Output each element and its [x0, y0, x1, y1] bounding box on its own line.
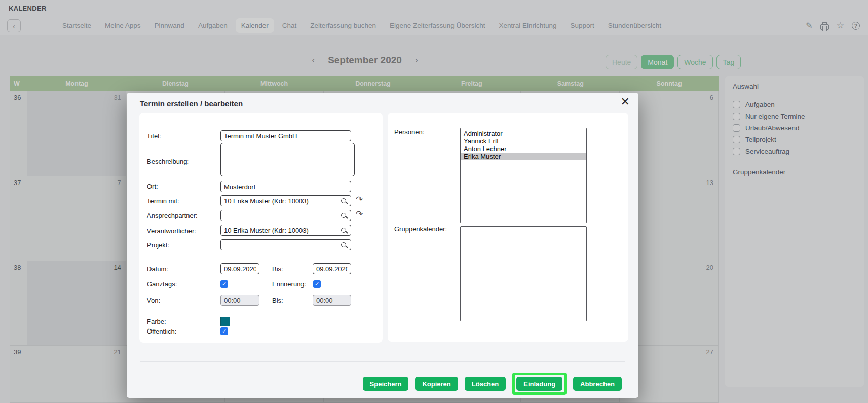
redo-arrow-icon[interactable]: ↷: [356, 209, 363, 219]
datum-bis-input[interactable]: [313, 263, 351, 274]
titel-label: Titel:: [147, 132, 161, 140]
termin-form-card: Titel: Beschreibung: Ort: Termin mit: ↷ …: [139, 113, 383, 343]
einladung-button[interactable]: Einladung: [516, 377, 562, 391]
search-icon[interactable]: [341, 213, 346, 218]
ansprechpartner-input[interactable]: [220, 210, 351, 221]
ganztags-checkbox[interactable]: [220, 280, 228, 288]
kopieren-button[interactable]: Kopieren: [415, 377, 458, 391]
speichern-button[interactable]: Speichern: [363, 377, 409, 391]
von-label: Von:: [147, 297, 160, 304]
oeffentlich-label: Öffentlich:: [147, 327, 176, 335]
gruppenkalender-label: Gruppenkalender:: [394, 225, 447, 233]
beschreibung-label: Beschreibung:: [147, 158, 189, 165]
dialog-title: Termin erstellen / bearbeiten: [140, 99, 243, 108]
titel-input[interactable]: [220, 130, 351, 141]
person-option[interactable]: Administrator: [461, 130, 586, 137]
search-icon[interactable]: [341, 228, 346, 233]
abbrechen-button[interactable]: Abbrechen: [573, 377, 622, 391]
verantwortlicher-label: Verantwortlicher:: [147, 227, 196, 235]
farbe-label: Farbe:: [147, 318, 166, 325]
ort-label: Ort:: [147, 182, 158, 190]
termin-dialog: Termin erstellen / bearbeiten ✕ Titel: B…: [127, 93, 638, 398]
ganztags-label: Ganztags:: [147, 280, 177, 288]
datum-label: Datum:: [147, 265, 168, 273]
search-icon[interactable]: [341, 242, 346, 247]
oeffentlich-checkbox[interactable]: [220, 327, 228, 335]
loeschen-button[interactable]: Löschen: [465, 377, 506, 391]
personen-card: Personen: Administrator Yannick Ertl Ant…: [388, 113, 628, 342]
datum-bis-label: Bis:: [272, 265, 283, 273]
von-input[interactable]: [220, 295, 259, 306]
person-option-selected[interactable]: Erika Muster: [461, 153, 586, 160]
erinnerung-checkbox[interactable]: [313, 280, 321, 288]
projekt-label: Projekt:: [147, 241, 169, 249]
termin-mit-label: Termin mit:: [147, 197, 179, 205]
person-option[interactable]: Yannick Ertl: [461, 137, 586, 145]
dialog-footer: Speichern Kopieren Löschen Einladung Abb…: [363, 377, 622, 391]
termin-mit-input[interactable]: [220, 195, 351, 206]
personen-listbox[interactable]: Administrator Yannick Ertl Anton Lechner…: [460, 128, 587, 223]
footer-divider: [140, 361, 625, 362]
erinnerung-label: Erinnerung:: [272, 280, 306, 288]
redo-arrow-icon[interactable]: ↷: [356, 194, 363, 205]
beschreibung-textarea[interactable]: [220, 143, 355, 176]
datum-input[interactable]: [220, 263, 259, 274]
search-icon[interactable]: [341, 198, 346, 203]
gruppenkalender-listbox[interactable]: [460, 226, 587, 321]
verantwortlicher-input[interactable]: [220, 225, 351, 236]
person-option[interactable]: Anton Lechner: [461, 145, 586, 153]
projekt-input[interactable]: [220, 239, 351, 250]
von-bis-input[interactable]: [313, 295, 351, 306]
von-bis-label: Bis:: [272, 297, 283, 304]
color-swatch[interactable]: [220, 317, 230, 326]
ort-input[interactable]: [220, 181, 351, 192]
close-icon[interactable]: ✕: [621, 96, 630, 107]
einladung-highlight-box: Einladung: [512, 373, 567, 395]
personen-label: Personen:: [394, 128, 424, 136]
ansprechpartner-label: Ansprechpartner:: [147, 212, 198, 219]
